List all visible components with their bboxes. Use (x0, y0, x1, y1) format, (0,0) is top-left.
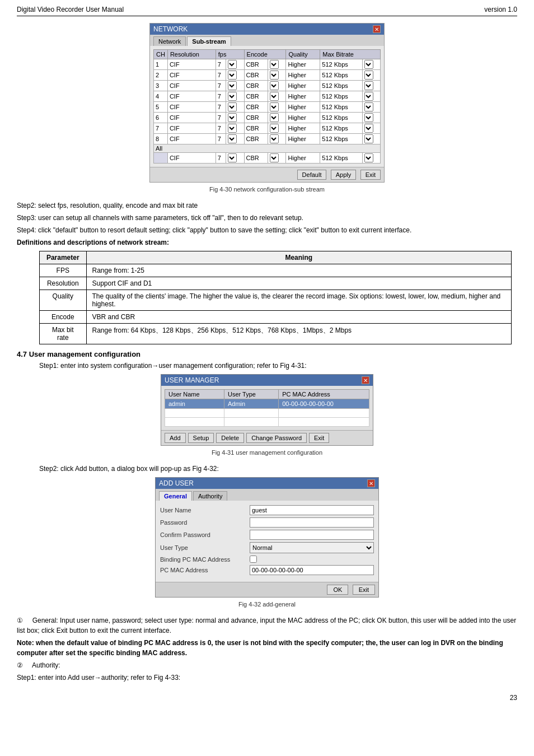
net-bitrate-dropdown[interactable]: ▼ (362, 59, 380, 70)
net-fps-dropdown[interactable]: ▼ (226, 102, 244, 113)
net-encode-dropdown[interactable]: ▼ (268, 59, 286, 70)
delete-button[interactable]: Delete (216, 433, 244, 443)
net-fps-dropdown[interactable]: ▼ (226, 59, 244, 70)
note-authority: ② Authority: (17, 660, 517, 670)
step3-text: Step3: user can setup all channels with … (17, 213, 517, 223)
net-bitrate-dropdown[interactable]: ▼ (362, 91, 380, 102)
net-bitrate-dropdown[interactable]: ▼ (362, 70, 380, 81)
net-fps-dropdown[interactable]: ▼ (226, 123, 244, 134)
net-quality: Higher (286, 134, 320, 144)
all-quality: Higher (286, 153, 320, 164)
table-row (165, 409, 369, 418)
tab-network[interactable]: Network (153, 36, 186, 46)
all-encode-dd[interactable]: ▼ (268, 153, 286, 164)
net-encode-dropdown[interactable]: ▼ (268, 123, 286, 134)
au-dialog: ADD USER ✕ General Authority User Name P… (155, 477, 379, 598)
net-encode-dropdown[interactable]: ▼ (268, 102, 286, 113)
setup-button[interactable]: Setup (188, 433, 214, 443)
net-fps: 7 (216, 91, 226, 102)
authority-label: Authority: (32, 661, 60, 669)
network-dialog-container: NETWORK ✕ Network Sub-stream CH Resoluti… (17, 23, 517, 197)
col-encode: Encode (244, 50, 286, 59)
table-row[interactable]: 1 CIF 7 ▼ CBR ▼ Higher 512 Kbps ▼ (154, 59, 381, 70)
all-ch: All (154, 144, 381, 153)
def-meaning: Range from: 1-25 (86, 264, 512, 277)
au-titlebar: ADD USER ✕ (156, 478, 378, 489)
all-settings-row[interactable]: CIF 7 ▼ CBR ▼ Higher 512 Kbps ▼ (154, 153, 381, 164)
table-row[interactable]: admin Admin 00-00-00-00-00-00 (165, 399, 369, 409)
net-bitrate-dropdown[interactable]: ▼ (362, 102, 380, 113)
apply-button[interactable]: Apply (331, 170, 357, 180)
section-47-heading: 4.7 User management configuration (17, 350, 517, 358)
select-user-type[interactable]: Normal Admin Advance (250, 542, 374, 553)
net-bitrate-dropdown[interactable]: ▼ (362, 113, 380, 123)
um-title: USER MANAGER (165, 376, 219, 384)
net-encode: CBR (244, 123, 268, 134)
au-exit-button[interactable]: Exit (353, 585, 375, 595)
label-binding-mac: Binding PC MAC Address (160, 556, 250, 563)
add-button[interactable]: Add (165, 433, 186, 443)
um-exit-button[interactable]: Exit (309, 433, 329, 443)
page-header-version: version 1.0 (484, 6, 517, 13)
network-footer: Default Apply Exit (150, 167, 384, 182)
default-button[interactable]: Default (297, 170, 327, 180)
au-title: ADD USER (159, 479, 194, 487)
net-bitrate-dropdown[interactable]: ▼ (362, 134, 380, 144)
table-row[interactable]: 4 CIF 7 ▼ CBR ▼ Higher 512 Kbps ▼ (154, 91, 381, 102)
input-confirm-password[interactable] (250, 530, 374, 540)
net-encode-dropdown[interactable]: ▼ (268, 113, 286, 123)
net-res: CIF (167, 70, 216, 81)
col-quality: Quality (286, 50, 320, 59)
net-fps-dropdown[interactable]: ▼ (226, 70, 244, 81)
exit-button[interactable]: Exit (360, 170, 381, 180)
table-row[interactable]: 2 CIF 7 ▼ CBR ▼ Higher 512 Kbps ▼ (154, 70, 381, 81)
au-close-button[interactable]: ✕ (367, 479, 375, 487)
table-row: Max bit rate Range from: 64 Kbps、128 Kbp… (40, 324, 512, 344)
net-ch: 4 (154, 91, 168, 102)
network-close-button[interactable]: ✕ (373, 25, 381, 33)
step4-text: Step4: click "default" button to resort … (17, 225, 517, 235)
net-encode-dropdown[interactable]: ▼ (268, 81, 286, 91)
tab-authority[interactable]: Authority (193, 491, 227, 501)
circle-1: ① (17, 617, 23, 624)
um-empty1 (165, 409, 224, 418)
net-fps-dropdown[interactable]: ▼ (226, 91, 244, 102)
table-row[interactable]: 3 CIF 7 ▼ CBR ▼ Higher 512 Kbps ▼ (154, 81, 381, 91)
table-row: Encode VBR and CBR (40, 311, 512, 324)
all-fps-dd[interactable]: ▼ (226, 153, 244, 164)
change-password-button[interactable]: Change Password (246, 433, 307, 443)
table-row[interactable]: 6 CIF 7 ▼ CBR ▼ Higher 512 Kbps ▼ (154, 113, 381, 123)
net-bitrate-dropdown[interactable]: ▼ (362, 123, 380, 134)
um-close-button[interactable]: ✕ (362, 376, 369, 384)
net-encode-dropdown[interactable]: ▼ (268, 91, 286, 102)
net-res: CIF (167, 134, 216, 144)
section-47-step1: Step1: enter into system configuration→u… (39, 361, 517, 371)
net-encode-dropdown[interactable]: ▼ (268, 134, 286, 144)
net-bitrate-dropdown[interactable]: ▼ (362, 81, 380, 91)
table-row[interactable]: 8 CIF 7 ▼ CBR ▼ Higher 512 Kbps ▼ (154, 134, 381, 144)
tab-general[interactable]: General (159, 491, 192, 501)
net-fps-dropdown[interactable]: ▼ (226, 113, 244, 123)
all-bitrate-dd[interactable]: ▼ (362, 153, 380, 164)
def-meaning: The quality of the clients' image. The h… (86, 290, 512, 311)
um-table-area: User Name User Type PC MAC Address admin… (161, 386, 373, 430)
tab-substream[interactable]: Sub-stream (187, 36, 231, 46)
net-encode: CBR (244, 113, 268, 123)
net-encode-dropdown[interactable]: ▼ (268, 70, 286, 81)
net-ch: 6 (154, 113, 168, 123)
net-fps-dropdown[interactable]: ▼ (226, 134, 244, 144)
input-password[interactable] (250, 517, 374, 528)
table-row[interactable]: 7 CIF 7 ▼ CBR ▼ Higher 512 Kbps ▼ (154, 123, 381, 134)
net-res: CIF (167, 59, 216, 70)
col-ch: CH (154, 50, 168, 59)
section-47-step2: Step2: click Add button, a dialog box wi… (39, 464, 517, 474)
checkbox-binding-mac[interactable] (250, 556, 257, 563)
net-quality: Higher (286, 123, 320, 134)
input-username[interactable] (250, 505, 374, 515)
net-fps-dropdown[interactable]: ▼ (226, 81, 244, 91)
table-row[interactable]: 5 CIF 7 ▼ CBR ▼ Higher 512 Kbps ▼ (154, 102, 381, 113)
input-pc-mac[interactable] (250, 565, 374, 575)
net-encode: CBR (244, 81, 268, 91)
ok-button[interactable]: OK (327, 585, 348, 595)
general-note-text: General: Input user name, password; sele… (17, 617, 516, 634)
